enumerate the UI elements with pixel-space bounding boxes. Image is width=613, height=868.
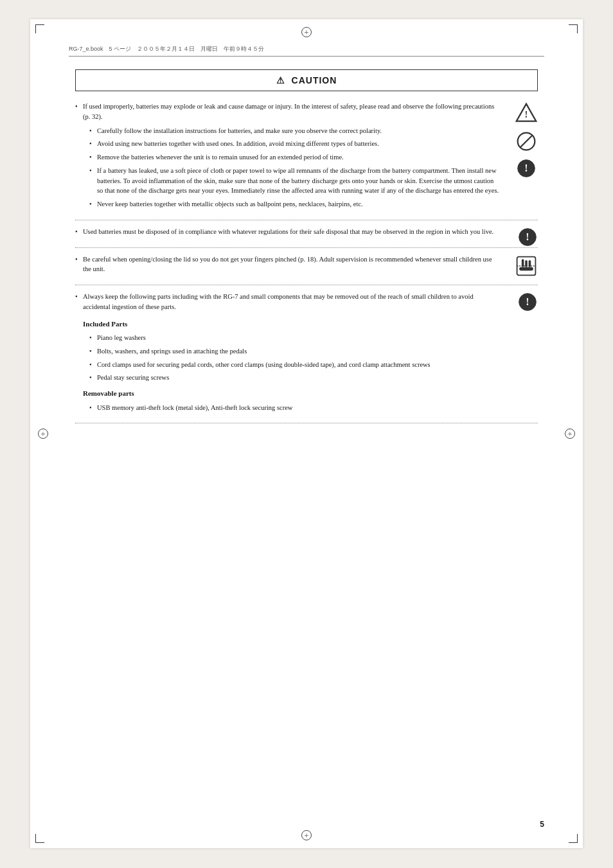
battery-general-item: If used improperly, batteries may explod… — [75, 102, 499, 209]
reg-circle-bottom — [301, 830, 312, 840]
battery-icons: ! ! — [515, 102, 538, 179]
page-header: RG-7_e.book 5 ページ ２００５年２月１４日 月曜日 午前９時４５分 — [69, 45, 544, 57]
page-number: 5 — [540, 820, 544, 829]
svg-rect-12 — [519, 267, 533, 270]
leaked-battery-item: If a battery has leaked, use a soft piec… — [89, 166, 499, 196]
svg-text:!: ! — [525, 109, 528, 120]
pedal-stay-item: Pedal stay securing screws — [89, 373, 499, 383]
svg-text:!: ! — [524, 163, 528, 173]
warning-triangle-icon: ! — [515, 102, 538, 125]
content-area: ⚠ CAUTION If used improperly, batteries … — [69, 69, 544, 423]
removable-parts-list: USB memory anti-theft lock (metal side),… — [89, 403, 499, 413]
bolts-washers-item: Bolts, washers, and springs used in atta… — [89, 346, 499, 357]
exclamation-circle-icon-3: ! — [517, 292, 538, 312]
included-parts-heading: Included Parts — [83, 319, 499, 330]
svg-text:!: ! — [526, 231, 529, 242]
small-parts-icon: ! — [517, 292, 538, 312]
exclamation-circle-icon-2: ! — [517, 227, 538, 247]
used-batteries-section: Used batteries must be disposed of in co… — [75, 227, 538, 241]
lid-caution-section: Be careful when opening/closing the lid … — [75, 254, 538, 279]
battery-sub-list: Carefully follow the installation instru… — [89, 126, 499, 209]
header-text: RG-7_e.book 5 ページ ２００５年２月１４日 月曜日 午前９時４５分 — [69, 46, 264, 52]
battery-section: If used improperly, batteries may explod… — [75, 102, 538, 213]
lid-caution-icon — [515, 254, 538, 278]
svg-line-3 — [520, 135, 533, 148]
remove-batteries-item: Remove the batteries whenever the unit i… — [89, 152, 499, 163]
avoid-batteries-item: Avoid using new batteries together with … — [89, 139, 499, 149]
caution-box: ⚠ CAUTION — [75, 69, 538, 91]
reg-circle-left — [38, 429, 48, 439]
small-parts-section: Always keep the following parts includin… — [75, 292, 538, 416]
corner-mark-tl — [35, 24, 47, 36]
corner-mark-bl — [35, 831, 47, 843]
divider-3 — [75, 285, 538, 285]
cord-clamps-item: Cord clamps used for securing pedal cord… — [89, 360, 499, 370]
lid-caution-item: Be careful when opening/closing the lid … — [75, 254, 499, 275]
removable-parts-heading: Removable parts — [83, 388, 499, 399]
exclamation-circle-icon: ! — [516, 158, 537, 179]
reg-circle-top — [301, 27, 312, 37]
hand-warning-icon — [515, 254, 538, 278]
divider-2 — [75, 247, 538, 248]
used-batteries-item: Used batteries must be disposed of in co… — [75, 227, 499, 237]
included-parts-list: Piano leg washers Bolts, washers, and sp… — [89, 333, 499, 383]
reg-circle-right — [565, 429, 575, 439]
corner-mark-br — [566, 831, 578, 843]
caution-title: ⚠ CAUTION — [84, 75, 529, 85]
metallic-objects-item: Never keep batteries together with metal… — [89, 199, 499, 209]
usb-lock-item: USB memory anti-theft lock (metal side),… — [89, 403, 499, 413]
installation-instructions-item: Carefully follow the installation instru… — [89, 126, 499, 136]
divider-1 — [75, 220, 538, 220]
svg-text:!: ! — [526, 296, 529, 307]
caution-warning-icon: ⚠ — [276, 75, 285, 85]
small-parts-item: Always keep the following parts includin… — [75, 292, 499, 412]
page: RG-7_e.book 5 ページ ２００５年２月１４日 月曜日 午前９時４５分… — [30, 19, 583, 848]
prohibition-icon — [516, 131, 537, 152]
used-batteries-icon: ! — [517, 227, 538, 247]
corner-mark-tr — [566, 24, 578, 36]
piano-leg-washers-item: Piano leg washers — [89, 333, 499, 343]
divider-4 — [75, 423, 538, 423]
main-bullet-list: If used improperly, batteries may explod… — [75, 102, 499, 209]
